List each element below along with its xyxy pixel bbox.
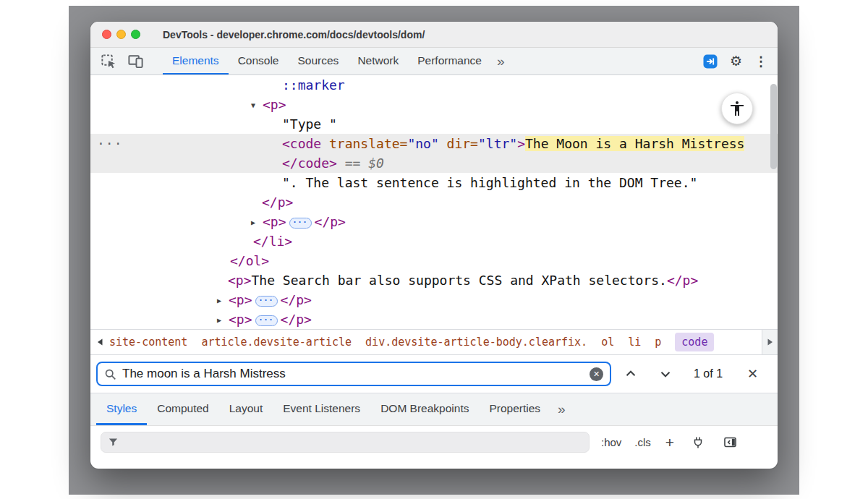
dom-tree-row[interactable]: ···<code translate="no" dir="ltr">The Mo…	[90, 134, 778, 153]
toolbar-right-actions: ⚙ ⋮	[703, 54, 767, 69]
styles-more-tabs-icon[interactable]: »	[550, 393, 573, 425]
dom-token: $0	[368, 155, 384, 171]
dom-token: <p>	[263, 214, 286, 229]
dom-tree-row[interactable]: ▶<p>···</p>	[90, 290, 778, 310]
dom-tree-row[interactable]: ▶<p>···</p>	[90, 212, 778, 231]
dock-side-icon[interactable]	[703, 54, 718, 69]
dom-token: </p>	[315, 214, 346, 229]
dom-token: </p>	[667, 273, 698, 288]
dom-token: </li>	[253, 234, 292, 249]
dom-tree-row[interactable]: </code> == $0	[90, 153, 778, 173]
styles-filter-box[interactable]	[101, 432, 590, 453]
expand-node-icon[interactable]: ▶	[251, 213, 263, 232]
expand-node-icon[interactable]: ▶	[217, 291, 229, 310]
tab-network[interactable]: Network	[348, 48, 408, 74]
expand-inline-button[interactable]: ···	[255, 296, 278, 307]
breadcrumb-article-devsite-article[interactable]: article.devsite-article	[201, 336, 352, 349]
search-box[interactable]: ✕	[96, 362, 611, 386]
maximize-window-button[interactable]	[131, 30, 140, 39]
previous-match-icon[interactable]	[623, 366, 639, 382]
new-style-rule-button[interactable]: +	[665, 435, 674, 450]
search-icon	[104, 368, 116, 380]
tab-properties[interactable]: Properties	[479, 393, 550, 425]
clear-search-icon[interactable]: ✕	[590, 367, 603, 381]
dom-tree-row[interactable]: "Type "	[90, 114, 778, 134]
desktop-background: DevTools - developer.chrome.com/docs/dev…	[69, 6, 799, 495]
dom-token: dir=	[439, 136, 478, 151]
dom-tree-row[interactable]: </p>	[90, 192, 778, 212]
dom-tree-row[interactable]: ▶<p>···</p>	[90, 310, 778, 329]
dom-token: </p>	[281, 312, 312, 327]
breadcrumb-li[interactable]: li	[628, 336, 641, 349]
breadcrumb-bar: site-contentarticle.devsite-articlediv.d…	[90, 329, 778, 354]
dom-token: <p>	[229, 292, 252, 307]
breadcrumb-site-content[interactable]: site-content	[109, 336, 187, 349]
dom-token: <p>	[229, 312, 252, 327]
dom-tree-row[interactable]: <p>The Search bar also supports CSS and …	[90, 270, 778, 290]
tab-styles[interactable]: Styles	[96, 393, 147, 425]
expand-node-icon[interactable]: ▶	[217, 310, 229, 329]
breadcrumb-code[interactable]: code	[675, 333, 714, 351]
elements-panel: ::marker▼<p>"Type "···<code translate="n…	[90, 75, 778, 329]
inspect-element-icon[interactable]	[100, 53, 116, 69]
device-toolbar-icon[interactable]	[127, 53, 144, 69]
tab-computed[interactable]: Computed	[147, 393, 219, 425]
breadcrumb-div-devsite-article-body-clearfix[interactable]: div.devsite-article-body.clearfix.	[365, 336, 587, 349]
window-titlebar: DevTools - developer.chrome.com/docs/dev…	[90, 22, 778, 48]
tab-event-listeners[interactable]: Event Listeners	[273, 393, 370, 425]
dom-token: </code>	[282, 155, 337, 171]
settings-gear-icon[interactable]: ⚙	[730, 54, 742, 68]
breadcrumb-scroll-right-icon[interactable]	[762, 330, 778, 354]
dom-token: ". The last sentence is highlighted in t…	[282, 175, 697, 190]
expand-inline-button[interactable]: ···	[255, 315, 278, 326]
tab-dom-breakpoints[interactable]: DOM Breakpoints	[370, 393, 479, 425]
dom-token: </ol>	[230, 253, 269, 268]
dom-tree-row[interactable]: ▼<p>	[90, 95, 778, 114]
tab-sources[interactable]: Sources	[289, 48, 349, 74]
accessibility-person-icon[interactable]	[721, 93, 753, 124]
element-classes-button[interactable]: .cls	[634, 436, 651, 448]
search-input[interactable]	[122, 367, 584, 381]
vertical-scrollbar[interactable]	[770, 84, 777, 169]
dom-token: <code	[282, 136, 321, 151]
tab-performance[interactable]: Performance	[408, 48, 491, 74]
dom-tree-row[interactable]: ::marker	[90, 75, 778, 95]
dom-search-bar: ✕ 1 of 1 ✕	[90, 354, 778, 393]
tab-layout[interactable]: Layout	[219, 393, 273, 425]
expand-inline-button[interactable]: ···	[289, 218, 312, 229]
dom-token: "no"	[407, 136, 438, 151]
window-title: DevTools - developer.chrome.com/docs/dev…	[163, 29, 425, 40]
toggle-element-state-button[interactable]: :hov	[601, 436, 621, 448]
match-count: 1 of 1	[694, 367, 723, 380]
tab-elements[interactable]: Elements	[163, 48, 229, 74]
next-match-icon[interactable]	[658, 366, 673, 382]
traffic-lights	[102, 30, 140, 39]
row-more-icon[interactable]: ···	[97, 134, 123, 153]
devtools-window: DevTools - developer.chrome.com/docs/dev…	[90, 22, 778, 469]
breadcrumb-p[interactable]: p	[655, 336, 661, 349]
dom-tree-row[interactable]: </ol>	[90, 251, 778, 270]
kebab-menu-icon[interactable]: ⋮	[754, 55, 767, 68]
dom-tree-row[interactable]: </li>	[90, 231, 778, 251]
dom-token: "Type "	[282, 116, 337, 132]
close-window-button[interactable]	[102, 30, 111, 39]
dom-token: </p>	[281, 292, 312, 307]
dom-token: "ltr"	[478, 136, 517, 151]
close-search-icon[interactable]: ✕	[747, 367, 758, 380]
tab-console[interactable]: Console	[229, 48, 289, 74]
styles-filter-bar: :hov .cls +	[90, 426, 778, 459]
plug-icon[interactable]	[692, 436, 705, 449]
dom-token: >	[517, 136, 525, 151]
breadcrumb-ol[interactable]: ol	[601, 336, 614, 349]
toggle-sidebar-icon[interactable]	[723, 435, 737, 449]
dom-token: The Search bar also supports CSS and XPa…	[252, 273, 667, 288]
breadcrumb-scroll-left-icon[interactable]	[90, 330, 109, 354]
dom-token: <p>	[228, 273, 252, 288]
dom-tree: ::marker▼<p>"Type "···<code translate="n…	[90, 75, 778, 329]
dom-tree-row[interactable]: ". The last sentence is highlighted in t…	[90, 173, 778, 192]
minimize-window-button[interactable]	[116, 30, 126, 39]
styles-filter-input[interactable]	[124, 436, 582, 448]
more-tabs-icon[interactable]: »	[497, 54, 505, 68]
filter-funnel-icon	[108, 437, 119, 448]
collapse-node-icon[interactable]: ▼	[251, 95, 263, 115]
